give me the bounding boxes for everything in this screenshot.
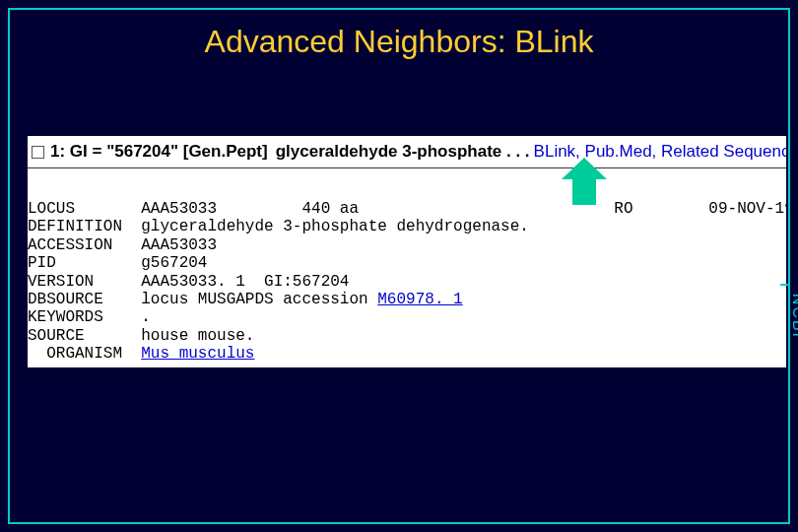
record-header: 1: GI = "567204" [Gen.Pept] glyceraldehy… bbox=[28, 136, 786, 168]
header-desc: glyceraldehyde 3-phosphate . . . bbox=[276, 142, 530, 162]
field-locus-value: AAA53033 440 aa RO 09-NOV-1994 bbox=[141, 200, 786, 218]
select-checkbox[interactable] bbox=[32, 146, 44, 159]
slide-title: Advanced Neighbors: BLink bbox=[0, 24, 798, 60]
genpept-record: LOCUS AAA53033 440 aa RO 09-NOV-1994 DEF… bbox=[28, 168, 786, 367]
field-keywords-label: KEYWORDS bbox=[28, 308, 103, 326]
field-source-label: SOURCE bbox=[28, 327, 85, 345]
field-version-label: VERSION bbox=[28, 273, 94, 291]
ncbi-line-bottom bbox=[788, 392, 790, 520]
organism-link[interactable]: Mus musculus bbox=[141, 345, 254, 363]
field-accession-label: ACCESSION bbox=[28, 236, 112, 254]
field-locus-label: LOCUS bbox=[28, 200, 75, 218]
field-organism-label: ORGANISM bbox=[28, 345, 122, 363]
field-pid-value: g567204 bbox=[141, 254, 207, 272]
ncbi-label: NCBI bbox=[789, 294, 798, 339]
field-accession-value: AAA53033 bbox=[141, 236, 217, 254]
dbsource-link[interactable]: M60978. 1 bbox=[377, 291, 462, 308]
header-prefix: 1: GI = "567204" [Gen.Pept] bbox=[50, 142, 268, 162]
field-pid-label: PID bbox=[28, 254, 56, 272]
field-dbsource-label: DBSOURCE bbox=[28, 291, 103, 308]
record-panel: 1: GI = "567204" [Gen.Pept] glyceraldehy… bbox=[28, 136, 786, 367]
field-version-value: AAA53033. 1 GI:567204 bbox=[141, 273, 349, 291]
field-definition-label: DEFINITION bbox=[28, 218, 122, 235]
arrow-up-icon bbox=[562, 158, 607, 205]
field-keywords-value: . bbox=[141, 308, 151, 326]
field-dbsource-pre: locus MUSGAPDS accession bbox=[141, 291, 377, 308]
field-definition-value: glyceraldehyde 3-phosphate dehydrogenase… bbox=[141, 218, 529, 235]
field-source-value: house mouse. bbox=[141, 327, 254, 345]
